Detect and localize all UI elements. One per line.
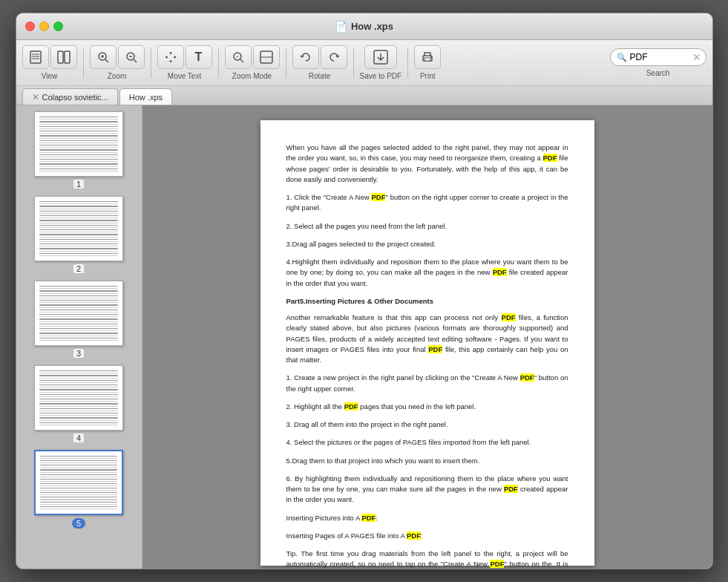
zoom-out-button[interactable] [118, 45, 145, 69]
maximize-button[interactable] [53, 22, 63, 31]
toolbar-group-zoom: Zoom [90, 45, 145, 80]
page-content: When you have all the pages selected add… [260, 120, 594, 566]
separator-6 [407, 48, 408, 78]
zoom-mode-1-button[interactable]: + [225, 45, 252, 69]
page-thumb-2[interactable]: 2 [22, 196, 136, 273]
print-label: Print [420, 72, 436, 80]
zoom-mode-2-button[interactable] [253, 45, 280, 69]
zoom-mode-buttons: + [225, 45, 280, 69]
title-icon: 📄 [335, 21, 347, 33]
search-icon: 🔍 [617, 53, 627, 62]
highlight-pdf-5: PDF [428, 345, 442, 353]
tab-label: Colapso sovietic... [42, 93, 108, 102]
svg-rect-21 [424, 58, 430, 61]
list-item-8: 4. Select the pictures or the pages of P… [286, 437, 568, 448]
list-item-6: 2. Highlight all the PDF pages that you … [286, 402, 568, 412]
tab-colapso[interactable]: ✕ Colapso sovietic... [22, 88, 118, 105]
highlight-pdf-7: PDF [344, 402, 358, 411]
print-buttons [414, 45, 441, 69]
svg-line-12 [134, 59, 137, 62]
rotate-buttons [292, 45, 347, 69]
search-box[interactable]: 🔍 ✕ [610, 48, 706, 66]
toolbar-group-search: 🔍 ✕ Search [610, 48, 706, 77]
svg-line-14 [240, 59, 243, 62]
highlight-pdf-8: PDF [504, 485, 518, 493]
separator-4 [286, 48, 286, 78]
sidebar: 1 2 [16, 105, 142, 569]
app-window: 📄 How .xps View [16, 13, 713, 569]
move-text-label: Move Text [168, 72, 201, 80]
text-tool-button[interactable]: T [186, 45, 212, 69]
svg-rect-5 [65, 51, 70, 63]
inserting-pics: Inserting Pictures into A PDF: [286, 513, 568, 523]
tab-how-xps[interactable]: How .xps [119, 88, 172, 105]
zoom-buttons [90, 45, 145, 69]
traffic-lights [25, 22, 63, 31]
list-item-2: 2. Select all the pages you need from th… [286, 221, 568, 232]
inserting-pages: Inserting Pages of A PAGES file into A P… [286, 531, 568, 541]
two-page-view-button[interactable] [50, 45, 77, 69]
tab-active-label: How .xps [129, 93, 163, 102]
svg-point-22 [430, 56, 432, 58]
view-label: View [42, 72, 58, 80]
highlight-pdf-1: PDF [543, 154, 557, 162]
list-item-4: 4.Highlight them individually and reposi… [286, 257, 568, 289]
rotate-label: Rotate [309, 72, 330, 80]
page-thumb-1[interactable]: 1 [22, 111, 136, 189]
minimize-button[interactable] [39, 22, 49, 31]
separator-2 [151, 48, 151, 78]
thumb-image-3 [34, 281, 123, 346]
page-number-1: 1 [73, 180, 84, 189]
para-2: Another remarkable feature is that this … [286, 313, 568, 365]
toolbar-group-move-text: T Move Text [157, 45, 212, 80]
tip-text: Tip. The first time you drag materials f… [286, 549, 568, 569]
highlight-pdf-3: PDF [493, 268, 507, 276]
highlight-pdf-2: PDF [371, 193, 385, 201]
list-item-9: 5.Drag them to that project into which y… [286, 456, 568, 466]
page-thumb-3[interactable]: 3 [22, 281, 136, 358]
move-text-buttons: T [157, 45, 212, 69]
highlight-pdf-4: PDF [502, 313, 516, 321]
rotate-left-button[interactable] [292, 45, 319, 69]
toolbar-group-zoom-mode: + Zoom Mode [225, 45, 280, 80]
toolbar-group-print: Print [414, 45, 441, 80]
tabbar: ✕ Colapso sovietic... How .xps [16, 86, 712, 105]
page-thumb-5[interactable]: 5 [22, 450, 136, 529]
toolbar-group-save: Save to PDF [360, 45, 402, 80]
section-title: Part5.Inserting Pictures & Other Documen… [286, 296, 568, 307]
list-item-3: 3.Drag all pages selected to the project… [286, 239, 568, 249]
save-label: Save to PDF [360, 72, 402, 80]
svg-rect-0 [30, 51, 41, 63]
zoom-label: Zoom [108, 72, 127, 80]
print-button[interactable] [414, 45, 441, 69]
thumb-image-4 [34, 365, 123, 431]
toolbar: View Zoom T [16, 40, 712, 86]
move-button[interactable] [157, 45, 184, 69]
close-button[interactable] [25, 22, 35, 31]
titlebar: 📄 How .xps [16, 13, 712, 40]
list-item-1: 1. Click the "Create A New PDF" button o… [286, 192, 568, 214]
page-number-4: 4 [73, 434, 84, 442]
zoom-in-button[interactable] [90, 45, 117, 69]
document-area[interactable]: When you have all the pages selected add… [142, 105, 712, 569]
svg-rect-4 [58, 51, 63, 63]
thumb-image-2 [34, 196, 123, 261]
save-to-pdf-button[interactable] [364, 45, 397, 69]
list-item-10: 6. By highlighting them individually and… [286, 474, 568, 506]
tab-close-icon[interactable]: ✕ [32, 92, 39, 102]
main-area: 1 2 [16, 105, 712, 569]
single-page-view-button[interactable] [22, 45, 49, 69]
text-tool-icon: T [195, 50, 203, 64]
highlight-pdf-6: PDF [520, 373, 534, 382]
rotate-right-button[interactable] [321, 45, 347, 69]
save-buttons [364, 45, 397, 69]
toolbar-group-view: View [22, 45, 77, 80]
page-thumb-4[interactable]: 4 [22, 365, 136, 442]
toolbar-group-rotate: Rotate [292, 45, 347, 80]
search-label: Search [646, 69, 670, 77]
search-clear-button[interactable]: ✕ [692, 51, 701, 63]
para-1: When you have all the pages selected add… [286, 143, 568, 185]
separator-3 [218, 48, 219, 78]
separator-5 [353, 48, 354, 78]
search-input[interactable] [630, 52, 689, 62]
